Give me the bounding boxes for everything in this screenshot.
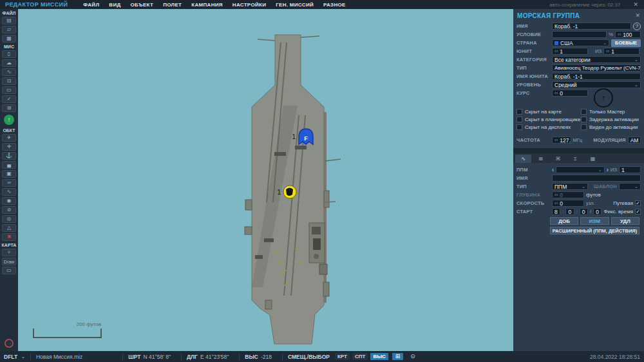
ruler-button[interactable]: ▭ xyxy=(2,267,16,274)
template-button[interactable]: ◉ xyxy=(2,197,16,205)
heading-stepper[interactable]: ‹ › 0 xyxy=(552,90,588,97)
new-mission-button[interactable]: ▤ xyxy=(2,17,16,24)
satellite-layer-button[interactable]: СПТ xyxy=(352,353,368,360)
fly-mission-button[interactable]: ↑ xyxy=(4,115,14,125)
country-select[interactable]: США ⌄ xyxy=(552,39,609,46)
delete-object-button[interactable]: ✖ xyxy=(2,233,16,241)
start-hours-input[interactable]: 8 xyxy=(552,208,560,215)
menu-view[interactable]: ВИД xyxy=(109,2,120,8)
altitude-layer-button[interactable]: ВЫС xyxy=(370,353,388,360)
waypoint-name-input[interactable] xyxy=(552,175,641,182)
zone-button[interactable]: ⊘ xyxy=(2,206,16,214)
advanced-actions-button[interactable]: РАСШИРЕННЫЙ (ППМ, ДЕЙСТВИЯ) xyxy=(550,227,639,234)
hidden-on-map-checkbox[interactable] xyxy=(516,109,522,115)
exit-editor-button[interactable]: → xyxy=(5,339,14,348)
hidden-on-mfd-checkbox[interactable] xyxy=(516,124,522,130)
hidden-in-planner-option[interactable]: Скрыт в планировщике xyxy=(516,117,581,122)
waypoint-type-select[interactable]: ППМ ⌄ xyxy=(552,183,588,190)
add-waypoint-button[interactable]: ДОБ xyxy=(550,217,578,225)
selection-mode-label[interactable]: СМЕЩ./ВЫБОР xyxy=(288,354,330,360)
prev-waypoint-icon[interactable]: ‹ xyxy=(552,167,554,173)
probability-stepper[interactable]: ‹ › 100 xyxy=(615,31,641,38)
stepper-right-icon[interactable]: › xyxy=(556,201,558,206)
tab-route[interactable]: ∿ xyxy=(515,155,531,163)
late-activation-option[interactable]: Задержка активации xyxy=(581,117,641,122)
briefing-button[interactable]: ▯ xyxy=(2,50,16,58)
visible-before-start-checkbox[interactable] xyxy=(581,124,587,130)
stepper-right-icon[interactable]: › xyxy=(556,138,558,143)
map-layer-button[interactable]: КРТ xyxy=(335,353,350,360)
map-canvas[interactable]: 200 футов 1 F 1 xyxy=(18,9,513,351)
frequency-stepper[interactable]: ‹ › 127.5 xyxy=(552,137,571,144)
menu-object[interactable]: ОБЪЕКТ xyxy=(130,2,153,8)
tab-carrier[interactable]: ▦ xyxy=(585,155,601,163)
combat-units-button[interactable]: БОЕВЫЕ xyxy=(611,39,641,47)
menu-flight[interactable]: ПОЛЕТ xyxy=(163,2,182,8)
add-airplane-button[interactable]: ✈ xyxy=(2,134,16,142)
add-group-button[interactable]: ∞ xyxy=(2,179,16,187)
weather-button[interactable]: ☁ xyxy=(2,59,16,67)
hidden-on-mfd-option[interactable]: Скрыт на дисплеях xyxy=(516,124,581,130)
delete-waypoint-button[interactable]: УДЛ xyxy=(611,217,639,225)
save-mission-button[interactable]: ▦ xyxy=(2,35,16,43)
rings-button[interactable]: ◎ xyxy=(2,215,16,223)
heading-compass-dial[interactable]: ↑ xyxy=(594,88,613,108)
stepper-right-icon[interactable]: › xyxy=(556,91,558,96)
shapes-button[interactable]: △ xyxy=(2,224,16,232)
menu-mission-gen[interactable]: ГЕН. МИССИЙ xyxy=(276,2,314,8)
start-minutes-input[interactable]: 0 xyxy=(565,208,574,215)
help-button[interactable]: ? xyxy=(633,23,641,30)
unit-count-stepper[interactable]: ‹ › 1 xyxy=(603,48,639,55)
stepper-right-icon[interactable]: › xyxy=(556,49,558,54)
late-activation-checkbox[interactable] xyxy=(581,117,587,122)
goal-button[interactable]: ⊡ xyxy=(2,77,16,85)
waypoint-select[interactable]: ⌄ xyxy=(556,166,604,173)
fixed-time-checkbox[interactable]: ✓ xyxy=(635,209,641,214)
template-select[interactable]: ⌄ xyxy=(619,183,641,190)
edit-waypoint-button[interactable]: ИЗМ xyxy=(580,217,609,225)
master-only-option[interactable]: Только Мастер xyxy=(581,109,641,115)
modulation-select[interactable]: AM ⌄ xyxy=(628,137,641,144)
add-ship-button[interactable]: ⚓ xyxy=(2,152,16,160)
ground-speed-checkbox[interactable]: ✓ xyxy=(635,200,641,206)
master-only-checkbox[interactable] xyxy=(581,109,587,115)
menu-settings[interactable]: НАСТРОЙКИ xyxy=(232,2,266,8)
menu-file[interactable]: ФАЙЛ xyxy=(83,2,99,8)
panel-close-icon[interactable]: ✕ xyxy=(635,12,640,19)
add-helicopter-button[interactable]: ✛ xyxy=(2,143,16,151)
close-icon[interactable]: ✕ xyxy=(633,1,638,8)
edit-route-button[interactable]: ∿ xyxy=(2,188,16,196)
theater-select[interactable]: DFLT ⌄ xyxy=(4,354,25,360)
tab-zones[interactable]: ⊠ xyxy=(533,155,549,163)
unit-name-input[interactable]: Кораб. -1-1 xyxy=(552,73,641,80)
tab-summary[interactable]: Σ xyxy=(567,155,583,163)
draw-button[interactable]: Draw xyxy=(2,258,16,265)
start-day-input[interactable]: 0 xyxy=(593,208,601,215)
next-waypoint-icon[interactable]: › xyxy=(607,167,609,173)
start-seconds-input[interactable]: 0 xyxy=(580,208,588,215)
category-select[interactable]: Все категории ⌄ xyxy=(552,56,641,63)
options-button[interactable]: ▭ xyxy=(2,86,16,94)
menu-misc[interactable]: РАЗНОЕ xyxy=(323,2,346,8)
visible-before-start-option[interactable]: Виден до активации xyxy=(581,124,641,130)
triggers-button[interactable]: ⊞ xyxy=(2,104,16,112)
stepper-right-icon[interactable]: › xyxy=(620,32,621,37)
stepper-right-icon[interactable]: › xyxy=(608,49,610,54)
skill-select[interactable]: Средний ⌄ xyxy=(552,81,641,88)
link-toggle-button[interactable]: ⊞ xyxy=(392,353,404,360)
time-toggle-button[interactable]: ⊙ xyxy=(407,353,419,360)
unit-index-stepper[interactable]: ‹ › 1 xyxy=(552,48,588,55)
condition-input[interactable] xyxy=(552,31,607,38)
tab-actions[interactable]: ⌘ xyxy=(550,155,566,163)
waypoint-total-input[interactable]: 1 xyxy=(619,166,641,173)
add-static-object-button[interactable]: ▣ xyxy=(2,170,16,178)
open-mission-button[interactable]: ▱ xyxy=(2,26,16,33)
route-tool-button[interactable]: ∿ xyxy=(2,68,16,76)
map-key-button[interactable]: ✧ xyxy=(2,249,16,256)
add-vehicle-button[interactable]: ▄ xyxy=(2,161,16,169)
speed-stepper[interactable]: ‹ › 0 xyxy=(552,200,584,207)
hidden-on-map-option[interactable]: Скрыт на карте xyxy=(516,109,581,115)
hidden-in-planner-checkbox[interactable] xyxy=(516,117,522,122)
type-select[interactable]: Авианосец Теодор Рузвельт (CVN-71) ⌄ xyxy=(552,64,641,71)
validate-button[interactable]: ✓ xyxy=(2,95,16,103)
